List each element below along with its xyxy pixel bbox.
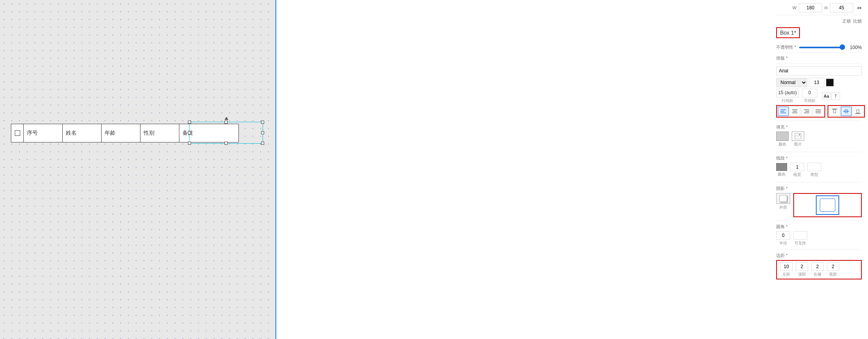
layout-label: 排版 * <box>776 55 792 61</box>
font-size-input[interactable] <box>809 78 824 87</box>
fill-image-box[interactable] <box>792 132 804 141</box>
shadow-outer-label: 外部 <box>779 205 787 210</box>
table-container[interactable]: 序号 姓名 年龄 性别 备注 <box>11 124 239 142</box>
shadow-label: 阴影 * <box>776 186 862 191</box>
component-name-box: Box 1* <box>776 27 800 38</box>
unlock-label: 比锁 <box>853 18 862 24</box>
shadow-detail-box <box>793 193 862 217</box>
padding-bottom-group: 底部 <box>827 262 839 277</box>
capitalize-btn[interactable]: Aа <box>822 92 831 100</box>
svg-rect-13 <box>833 110 836 113</box>
padding-right-label: 右侧 <box>814 272 821 277</box>
border-type-label: 类型 <box>810 172 818 177</box>
lock-ratio-icon[interactable]: ⇔ <box>857 5 862 11</box>
padding-left-input[interactable] <box>780 262 793 271</box>
font-family-input[interactable] <box>776 66 862 76</box>
handle-tc[interactable] <box>224 121 228 124</box>
fill-color-option: 颜色 <box>776 132 789 147</box>
shadow-outer-option: 外部 <box>776 193 790 217</box>
font-section: Normal 15 (auto) 行间距 0 字间距 Aа T <box>776 66 862 121</box>
fill-image-label: 图片 <box>794 142 802 147</box>
valign-bottom-btn[interactable] <box>852 107 863 116</box>
char-spacing-label: 字间距 <box>804 98 815 104</box>
layout-section: 排版 * <box>776 55 862 64</box>
border-color-box[interactable] <box>776 163 787 171</box>
opacity-thumb[interactable] <box>840 44 845 50</box>
border-type-option: 类型 <box>807 163 821 177</box>
canvas: 序号 姓名 年龄 性别 备注 <box>0 0 276 339</box>
padding-right-input[interactable] <box>811 262 824 271</box>
valign-top-btn[interactable] <box>829 107 840 116</box>
padding-top-label: 顶部 <box>798 272 806 277</box>
visibility-label: 可见性 <box>794 241 806 246</box>
border-color-option: 颜色 <box>776 163 787 177</box>
shadow-section: 阴影 * 外部 <box>776 186 862 221</box>
w-input[interactable] <box>799 3 822 12</box>
fill-label: 填充 * <box>776 124 862 130</box>
line-height-row: 15 (auto) 行间距 0 字间距 Aа T <box>776 89 862 104</box>
padding-top-input[interactable] <box>796 262 808 271</box>
line-height-label: 行间距 <box>782 98 793 104</box>
h-input[interactable] <box>830 3 853 12</box>
corner-label: 圆角 * <box>776 224 862 230</box>
w-label: W <box>793 5 796 10</box>
font-style-row: Normal <box>776 78 862 87</box>
visibility-option: 可见性 <box>793 231 807 246</box>
font-color-swatch[interactable] <box>826 79 834 86</box>
valign-middle-btn[interactable] <box>841 107 852 116</box>
char-spacing-value[interactable]: 0 <box>802 89 817 97</box>
shadow-outer-box[interactable] <box>776 193 790 204</box>
align-justify-btn[interactable] <box>813 107 824 116</box>
border-section: 线段 * 颜色 线宽 类型 <box>776 155 862 183</box>
border-type-box[interactable] <box>807 163 821 171</box>
opacity-slider[interactable] <box>799 47 845 48</box>
table-cell-age: 年龄 <box>102 124 140 142</box>
table-cell-sn: 序号 <box>24 124 63 142</box>
align-left-btn[interactable] <box>778 107 789 116</box>
resize-arrow-top <box>224 117 228 120</box>
handle-mr[interactable] <box>261 131 264 134</box>
fill-section: 填充 * 颜色 图片 <box>776 124 862 152</box>
border-label: 线段 * <box>776 155 862 161</box>
line-height-value[interactable]: 15 (auto) <box>776 89 799 97</box>
fill-options-row: 颜色 图片 <box>776 132 862 147</box>
border-options-row: 颜色 线宽 类型 <box>776 163 862 177</box>
handle-br[interactable] <box>261 142 264 145</box>
line-height-group: 15 (auto) 行间距 <box>776 89 799 104</box>
horizontal-align-group <box>776 105 825 118</box>
padding-label: 边距 * <box>776 253 862 258</box>
table-cell-gender: 性别 <box>140 124 179 142</box>
handle-tr[interactable] <box>261 121 264 124</box>
fill-color-box[interactable] <box>776 132 789 141</box>
align-right-btn[interactable] <box>801 107 812 116</box>
char-spacing-group: 0 字间距 <box>802 89 817 104</box>
text-icon-btn[interactable]: T <box>831 92 840 100</box>
border-color-label: 颜色 <box>778 172 786 177</box>
border-width-label: 线宽 <box>793 172 801 177</box>
padding-right-group: 右侧 <box>811 262 824 277</box>
padding-bottom-label: 底部 <box>829 272 837 277</box>
border-width-input[interactable] <box>790 163 804 171</box>
h-label: H <box>824 5 828 10</box>
padding-section: 边距 * 左距 顶部 右侧 底部 <box>776 253 862 279</box>
text-transform-group: Aа T <box>822 92 840 100</box>
lock-row: 正锁 比锁 <box>776 18 862 24</box>
text-align-row <box>776 105 862 118</box>
corner-radius-option: 半径 <box>776 231 790 246</box>
align-center-btn[interactable] <box>789 107 800 116</box>
padding-bottom-input[interactable] <box>827 262 839 271</box>
table-cell-remark: 备注 <box>179 124 238 142</box>
table-cell-name: 姓名 <box>63 124 102 142</box>
handle-tl[interactable] <box>188 121 191 124</box>
padding-left-group: 左距 <box>780 262 793 277</box>
padding-left-label: 左距 <box>782 272 790 277</box>
component-name-section: Box 1* <box>776 27 862 41</box>
shadow-options-row: 外部 <box>776 193 862 217</box>
visibility-box[interactable] <box>793 231 807 240</box>
corner-radius-input[interactable] <box>776 231 790 240</box>
opacity-value: 100% <box>848 45 862 50</box>
corner-section: 圆角 * 半径 可见性 <box>776 224 862 249</box>
table-checkbox-cell <box>11 124 24 142</box>
corner-box <box>793 193 862 217</box>
font-style-select[interactable]: Normal <box>776 78 807 87</box>
